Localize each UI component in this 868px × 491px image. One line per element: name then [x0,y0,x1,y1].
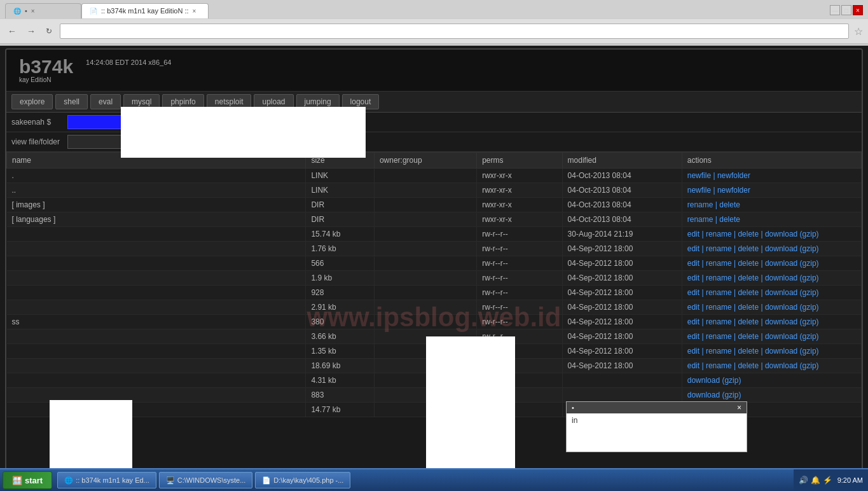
action-link[interactable]: download (gzip) [765,361,819,370]
nav-explore[interactable]: explore [11,94,53,109]
cell-owner [374,169,476,183]
cell-name: .. [7,183,306,198]
server-time: 14:24:08 EDT 2014 x86_64 [86,57,171,69]
action-link[interactable]: rename [706,230,732,239]
taskbar-clock: 9:20 AM [837,476,863,484]
action-link[interactable]: download (gzip) [765,244,819,253]
table-row: 566 rw-r--r-- 04-Sep-2012 18:00 edit | r… [7,256,862,271]
action-link[interactable]: rename [706,244,732,253]
cell-size: 1.9 kb [306,271,375,286]
taskbar-items: 🌐 :: b374k m1n1 kay Ed... 🖥️ C:\WINDOWS\… [55,472,793,488]
window-maximize-button[interactable]: □ [841,5,851,15]
action-link[interactable]: edit [687,288,699,297]
window-minimize-button[interactable]: — [830,5,840,15]
action-link[interactable]: edit [687,273,699,282]
action-link[interactable]: rename [706,273,732,282]
action-link[interactable]: rename [706,317,732,326]
cell-name [7,300,306,315]
cell-actions: edit | rename | delete | download (gzip) [682,329,861,344]
action-link[interactable]: rename [706,303,732,312]
start-button[interactable]: 🪟 start [3,471,52,489]
cell-modified: 04-Sep-2012 18:00 [562,329,682,344]
taskbar: 🪟 start 🌐 :: b374k m1n1 kay Ed... 🖥️ C:\… [0,468,868,491]
action-link[interactable]: download (gzip) [765,347,819,356]
tab-active-label: :: b374k m1n1 kay EditioN :: [101,7,189,15]
back-button[interactable]: ← [5,25,19,38]
window-close-button[interactable]: × [853,5,863,15]
taskbar-item-icon-1: 🖥️ [166,476,175,485]
server-info: 14:24:08 EDT 2014 x86_64 [86,57,171,69]
action-link[interactable]: delete [738,244,759,253]
action-link[interactable]: edit [687,361,699,370]
action-link[interactable]: delete [738,288,759,297]
browser-tab-inactive[interactable]: 🌐 • × [5,3,81,18]
action-link[interactable]: rename [687,200,713,209]
action-link[interactable]: edit [687,259,699,268]
taskbar-item-2[interactable]: 📄 D:\kay\kay\405.php -... [255,472,350,488]
cell-name: . [7,169,306,183]
action-link[interactable]: delete [738,259,759,268]
file-table-container[interactable]: www.ipsblog.web.id name size owner:group… [6,152,862,481]
cell-name: [ images ] [7,198,306,212]
action-link[interactable]: edit [687,332,699,341]
action-link[interactable]: download (gzip) [687,391,741,399]
action-link[interactable]: newfolder [717,171,750,180]
action-link[interactable]: delete [738,273,759,282]
nav-shell[interactable]: shell [55,94,88,109]
action-link[interactable]: rename [706,332,732,341]
cell-perms: rwxr-xr-x [477,169,562,183]
cell-actions: download (gzip) [682,388,861,403]
action-link[interactable]: delete [738,361,759,370]
bookmark-star-button[interactable]: ☆ [854,25,863,38]
refresh-button[interactable]: ↻ [43,25,55,37]
action-link[interactable]: edit [687,347,699,356]
tab-close-active[interactable]: × [193,8,196,15]
action-link[interactable]: download (gzip) [765,303,819,312]
action-link[interactable]: download (gzip) [765,259,819,268]
taskbar-item-1[interactable]: 🖥️ C:\WINDOWS\syste... [159,472,253,488]
action-link[interactable]: delete [719,200,740,209]
action-link[interactable]: download (gzip) [765,273,819,282]
tab-inactive-label: • [25,7,27,15]
action-link[interactable]: download (gzip) [765,317,819,326]
action-link[interactable]: rename [706,259,732,268]
action-link[interactable]: delete [719,215,740,224]
table-row: 928 rw-r--r-- 04-Sep-2012 18:00 edit | r… [7,286,862,300]
action-link[interactable]: newfile [687,186,711,195]
cell-owner [374,242,476,256]
cell-modified [562,373,682,388]
action-link[interactable]: delete [738,347,759,356]
nav-eval[interactable]: eval [90,94,121,109]
action-link[interactable]: delete [738,317,759,326]
action-link[interactable]: edit [687,303,699,312]
taskbar-item-0[interactable]: 🌐 :: b374k m1n1 kay Ed... [57,472,156,488]
tab-close-inactive[interactable]: × [31,8,35,15]
action-link[interactable]: download (gzip) [765,332,819,341]
cell-perms: rw-r--r-- [477,242,562,256]
action-link[interactable]: rename [706,288,732,297]
cell-actions: edit | rename | delete | download (gzip) [682,344,861,359]
cell-size: LINK [306,169,375,183]
header-popup-overlay [121,107,366,158]
tray-icon-volume: 🔔 [811,476,820,485]
action-link[interactable]: edit [687,317,699,326]
address-bar-input[interactable] [60,24,849,39]
bottom-popup-close-button[interactable]: × [737,403,741,412]
action-link[interactable]: delete [738,230,759,239]
action-link[interactable]: download (gzip) [687,376,741,385]
action-link[interactable]: newfile [687,171,711,180]
action-link[interactable]: newfolder [717,186,750,195]
action-link[interactable]: rename [706,361,732,370]
action-link[interactable]: delete [738,332,759,341]
cell-actions: edit | rename | delete | download (gzip) [682,256,861,271]
action-link[interactable]: rename [706,347,732,356]
action-link[interactable]: delete [738,303,759,312]
action-link[interactable]: download (gzip) [765,230,819,239]
action-link[interactable]: edit [687,244,699,253]
col-modified: modified [562,153,682,169]
forward-button[interactable]: → [24,25,38,38]
action-link[interactable]: edit [687,230,699,239]
browser-tab-active[interactable]: 📄 :: b374k m1n1 kay EditioN :: × [81,3,209,18]
action-link[interactable]: download (gzip) [765,288,819,297]
action-link[interactable]: rename [687,215,713,224]
